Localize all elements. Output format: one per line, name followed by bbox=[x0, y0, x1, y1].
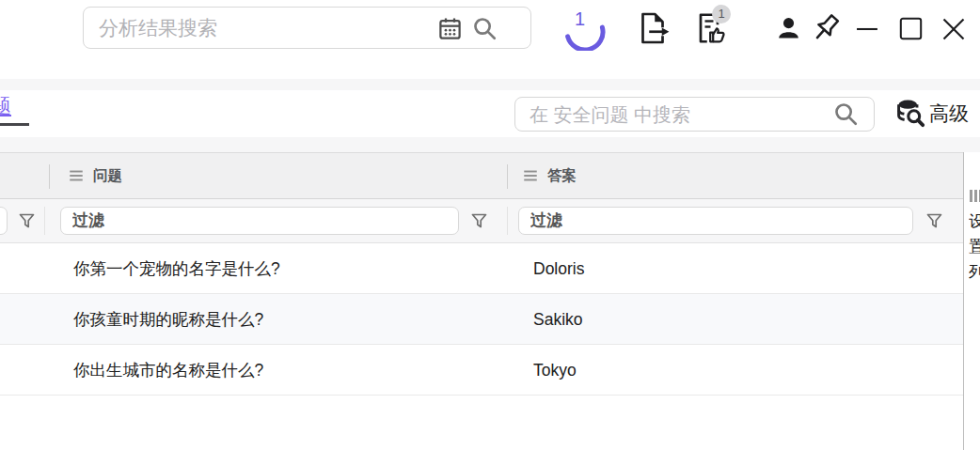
divider-strip bbox=[0, 79, 980, 90]
advanced-search-button[interactable]: 高级 bbox=[929, 101, 969, 127]
table-row[interactable]: 你出生城市的名称是什么? Tokyo bbox=[0, 345, 963, 396]
columns-settings-label[interactable]: 设置列 bbox=[969, 209, 980, 285]
columns-settings-panel[interactable]: 设置列 bbox=[963, 152, 980, 450]
filter-funnel-icon[interactable] bbox=[469, 211, 489, 231]
answer-cell[interactable]: Doloris bbox=[533, 243, 584, 294]
advanced-search-icon[interactable] bbox=[896, 99, 925, 128]
user-icon[interactable] bbox=[775, 14, 802, 41]
column-divider[interactable] bbox=[49, 164, 50, 189]
answer-filter-input[interactable] bbox=[529, 209, 866, 233]
table-row[interactable]: 你孩童时期的昵称是什么? Sakiko bbox=[0, 294, 963, 345]
question-cell[interactable]: 你第一个宠物的名字是什么? bbox=[73, 243, 280, 294]
answer-cell[interactable]: Tokyo bbox=[533, 345, 577, 396]
filter-box-partial[interactable] bbox=[0, 207, 8, 235]
column-divider[interactable] bbox=[507, 164, 508, 189]
question-filter-input[interactable] bbox=[71, 209, 412, 233]
filter-funnel-icon[interactable] bbox=[925, 211, 944, 231]
search-icon[interactable] bbox=[471, 15, 498, 42]
filter-funnel-icon[interactable] bbox=[17, 211, 37, 231]
search-icon[interactable] bbox=[832, 101, 860, 128]
report-count-badge: 1 bbox=[712, 5, 731, 23]
analysis-search-input[interactable] bbox=[97, 9, 439, 47]
progress-count: 1 bbox=[575, 8, 585, 30]
filter-divider bbox=[507, 207, 508, 235]
pin-icon[interactable] bbox=[809, 11, 843, 45]
calendar-icon[interactable] bbox=[437, 16, 463, 41]
column-header-answer[interactable]: 答案 bbox=[522, 153, 577, 198]
export-file-icon[interactable] bbox=[636, 11, 670, 45]
table-row[interactable]: 你第一个宠物的名字是什么? Doloris bbox=[0, 243, 963, 294]
table-header-row: 问题 答案 bbox=[0, 152, 963, 199]
analysis-search-box bbox=[83, 7, 531, 49]
column-header-question[interactable]: 问题 bbox=[68, 153, 122, 198]
active-tab-indicator bbox=[0, 123, 29, 126]
answer-cell[interactable]: Sakiko bbox=[533, 294, 583, 345]
question-filter-box bbox=[60, 207, 459, 235]
section-search-input[interactable] bbox=[528, 100, 823, 131]
column-header-label: 答案 bbox=[547, 166, 577, 186]
column-menu-icon[interactable] bbox=[522, 167, 539, 184]
question-cell[interactable]: 你孩童时期的昵称是什么? bbox=[73, 294, 263, 345]
column-menu-icon[interactable] bbox=[68, 167, 85, 184]
divider-strip bbox=[0, 137, 980, 152]
section-search-box bbox=[514, 97, 875, 132]
app-window: 1 1 题 bbox=[0, 0, 980, 450]
close-icon[interactable] bbox=[940, 16, 967, 42]
answer-filter-box bbox=[518, 207, 913, 235]
filter-divider bbox=[44, 207, 45, 235]
column-header-label: 问题 bbox=[93, 166, 122, 186]
tab-security-questions[interactable]: 题 bbox=[0, 93, 11, 119]
columns-icon[interactable] bbox=[970, 190, 980, 202]
table-filter-row bbox=[0, 199, 963, 243]
minimize-icon[interactable] bbox=[856, 17, 879, 41]
maximize-icon[interactable] bbox=[898, 16, 924, 41]
question-cell[interactable]: 你出生城市的名称是什么? bbox=[73, 345, 263, 396]
